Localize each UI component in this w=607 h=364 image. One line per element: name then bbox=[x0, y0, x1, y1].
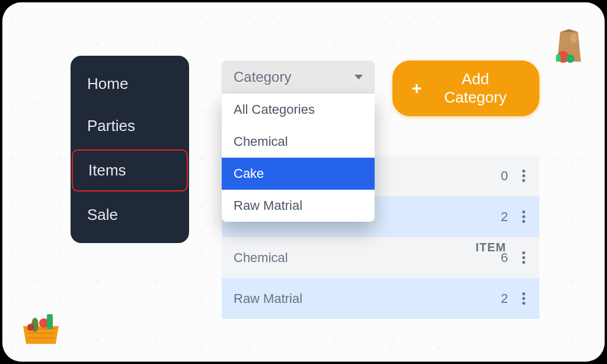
svg-rect-3 bbox=[556, 55, 561, 62]
row-name: Raw Matrial bbox=[234, 291, 501, 306]
sidebar-item-sale[interactable]: Sale bbox=[71, 194, 189, 236]
grocery-bag-icon bbox=[545, 20, 593, 68]
basket-icon bbox=[14, 296, 68, 350]
table-row[interactable]: Raw Matrial 2 bbox=[222, 278, 539, 319]
app-frame: Home Parties Items Sale 0 2 Chemical 6 bbox=[2, 2, 605, 362]
dropdown-label: Category bbox=[234, 69, 291, 85]
svg-point-7 bbox=[27, 324, 34, 331]
plus-icon: + bbox=[411, 79, 422, 97]
dropdown-item-cake[interactable]: Cake bbox=[222, 158, 375, 190]
svg-rect-6 bbox=[47, 314, 53, 329]
chevron-down-icon bbox=[354, 75, 363, 79]
svg-point-2 bbox=[566, 55, 574, 63]
dropdown-item-all[interactable]: All Categories bbox=[222, 94, 375, 126]
dropdown-item-chemical[interactable]: Chemical bbox=[222, 126, 375, 158]
category-dropdown: Category All Categories Chemical Cake Ra… bbox=[222, 60, 375, 222]
sidebar-item-home[interactable]: Home bbox=[71, 63, 189, 105]
sidebar-item-items[interactable]: Items bbox=[72, 149, 188, 191]
add-category-button[interactable]: + Add Category bbox=[392, 60, 539, 116]
svg-point-0 bbox=[570, 33, 577, 43]
add-button-label: Add Category bbox=[430, 70, 520, 107]
more-icon[interactable] bbox=[520, 290, 528, 307]
sidebar: Home Parties Items Sale bbox=[71, 56, 189, 243]
sidebar-item-parties[interactable]: Parties bbox=[71, 105, 189, 147]
row-count: 2 bbox=[501, 291, 508, 306]
toolbar-row: Category All Categories Chemical Cake Ra… bbox=[222, 60, 539, 222]
dropdown-list: All Categories Chemical Cake Raw Matrial bbox=[222, 94, 375, 222]
dropdown-item-raw-matrial[interactable]: Raw Matrial bbox=[222, 190, 375, 222]
item-column-header: ITEM bbox=[475, 241, 506, 254]
table-header: ITEM bbox=[222, 229, 539, 266]
main-content: Category All Categories Chemical Cake Ra… bbox=[222, 60, 539, 266]
dropdown-header[interactable]: Category bbox=[222, 60, 375, 94]
